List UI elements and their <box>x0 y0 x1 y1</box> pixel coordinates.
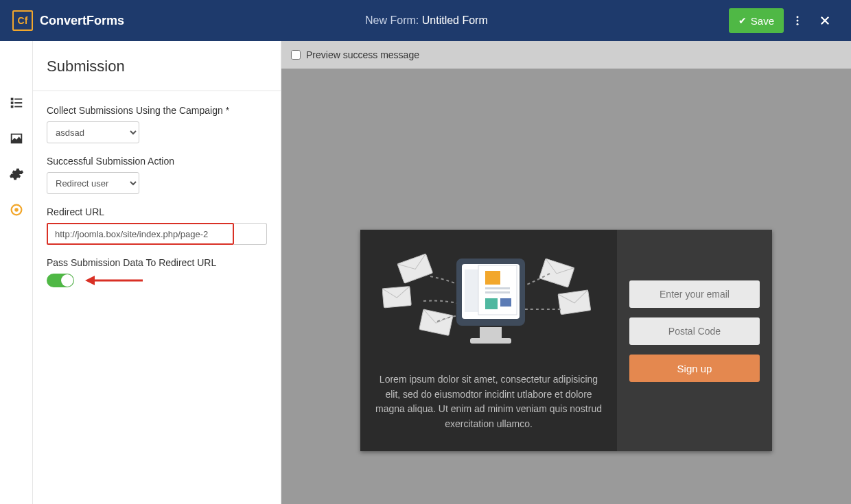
target-icon[interactable] <box>8 202 25 218</box>
lorem-text: Lorem ipsum dolor sit amet, consectetur … <box>374 372 603 432</box>
svg-point-2 <box>797 23 799 25</box>
campaign-select[interactable]: asdsad <box>47 121 139 143</box>
svg-rect-21 <box>470 338 511 344</box>
redirect-input[interactable] <box>48 224 233 243</box>
svg-rect-15 <box>382 287 411 308</box>
logo-badge: Cf <box>12 10 33 31</box>
form-right: Sign up <box>617 230 772 451</box>
fields-icon[interactable] <box>8 95 25 111</box>
svg-marker-12 <box>85 276 95 285</box>
svg-rect-25 <box>485 287 510 289</box>
form-left: Lorem ipsum dolor sit amet, consectetur … <box>360 230 617 451</box>
gear-icon[interactable] <box>8 166 25 182</box>
form-card: Lorem ipsum dolor sit amet, consectetur … <box>360 230 772 451</box>
image-icon[interactable] <box>8 130 25 147</box>
svg-rect-27 <box>485 298 498 309</box>
check-icon: ✔ <box>738 15 747 26</box>
more-icon[interactable] <box>784 8 811 33</box>
topbar: Cf ConvertForms New Form: Untitled Form … <box>0 0 851 41</box>
svg-point-1 <box>797 20 799 22</box>
svg-rect-26 <box>485 291 510 293</box>
side-panel: Submission Collect Submissions Using the… <box>33 41 281 504</box>
save-button[interactable]: ✔ Save <box>729 8 784 33</box>
action-select[interactable]: Redirect user <box>47 172 139 194</box>
email-field[interactable] <box>629 280 760 308</box>
preview-success-checkbox[interactable] <box>291 50 301 60</box>
redirect-label: Redirect URL <box>47 206 267 217</box>
action-label: Successful Submission Action <box>47 156 267 167</box>
svg-point-0 <box>797 16 799 18</box>
passdata-toggle[interactable] <box>47 274 74 287</box>
title-name: Untitled Form <box>422 14 488 26</box>
signup-button[interactable]: Sign up <box>629 355 760 382</box>
redirect-input-tail <box>234 223 267 245</box>
preview-success-label: Preview success message <box>306 49 419 60</box>
brand-name: ConvertForms <box>40 14 124 28</box>
close-icon[interactable] <box>811 8 839 33</box>
svg-rect-24 <box>485 271 500 285</box>
form-title: New Form: Untitled Form <box>124 14 729 27</box>
postal-field[interactable] <box>629 317 760 345</box>
svg-rect-16 <box>539 259 574 287</box>
svg-rect-17 <box>558 290 591 315</box>
preview-area: Preview success message <box>281 41 851 504</box>
title-prefix: New Form: <box>365 14 422 26</box>
svg-rect-6 <box>14 102 22 104</box>
save-label: Save <box>751 15 774 27</box>
preview-topstrip: Preview success message <box>281 41 851 69</box>
svg-rect-4 <box>14 99 22 100</box>
svg-rect-20 <box>480 327 502 338</box>
divider <box>33 91 281 91</box>
svg-rect-13 <box>397 254 433 283</box>
svg-rect-8 <box>14 106 22 108</box>
newsletter-illustration <box>374 246 603 356</box>
svg-rect-3 <box>10 98 13 101</box>
svg-rect-7 <box>10 106 13 108</box>
svg-rect-14 <box>419 309 453 335</box>
passdata-label: Pass Submission Data To Redirect URL <box>47 257 267 268</box>
campaign-label: Collect Submissions Using the Campaign * <box>47 105 267 116</box>
svg-point-10 <box>14 208 19 212</box>
svg-rect-5 <box>10 101 13 104</box>
svg-rect-28 <box>500 298 511 307</box>
iconbar <box>0 41 33 504</box>
arrow-annotation <box>85 274 143 287</box>
redirect-highlight <box>47 223 234 245</box>
panel-title: Submission <box>47 58 267 75</box>
